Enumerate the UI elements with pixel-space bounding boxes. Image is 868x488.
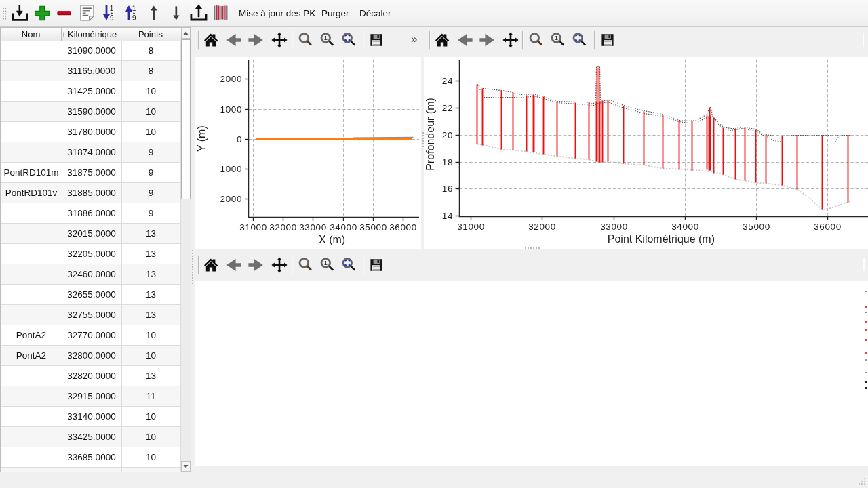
svg-text:18: 18 [442,157,453,167]
svg-text:0: 0 [237,134,242,144]
svg-text:−1000: −1000 [214,164,242,174]
svg-text:2000: 2000 [220,74,242,84]
svg-text:36000: 36000 [814,222,842,232]
svg-text:32000: 32000 [269,222,297,232]
svg-text:33000: 33000 [600,222,628,232]
svg-text:Profondeur (m): Profondeur (m) [425,98,436,171]
svg-text:−2000: −2000 [214,194,242,204]
svg-text:Point Kilométrique (m): Point Kilométrique (m) [608,233,715,245]
svg-text:35000: 35000 [743,222,770,232]
svg-text:14: 14 [442,211,453,221]
svg-text:16: 16 [442,184,453,194]
svg-text:22: 22 [442,103,453,113]
svg-text:Y (m): Y (m) [197,125,208,152]
svg-text:31000: 31000 [457,222,485,232]
svg-text:34000: 34000 [671,222,699,232]
svg-text:33000: 33000 [299,222,327,232]
svg-text:32000: 32000 [528,222,556,232]
svg-text:35000: 35000 [359,222,387,232]
svg-text:31000: 31000 [239,222,267,232]
svg-text:1000: 1000 [220,104,242,115]
svg-text:36000: 36000 [389,222,417,232]
svg-text:24: 24 [442,76,453,86]
svg-text:20: 20 [442,130,453,140]
svg-text:X (m): X (m) [319,234,345,245]
svg-text:34000: 34000 [330,222,357,232]
